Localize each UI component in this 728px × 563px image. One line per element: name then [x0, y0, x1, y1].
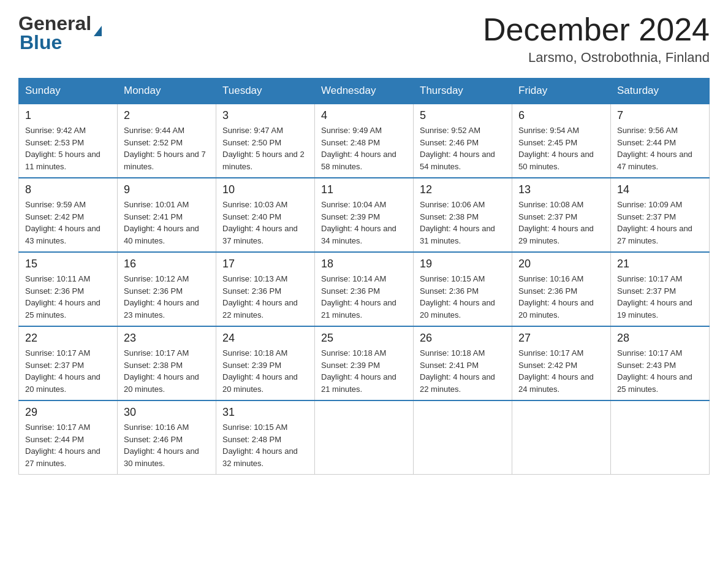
location-subtitle: Larsmo, Ostrobothnia, Finland	[483, 50, 710, 66]
calendar-cell: 10 Sunrise: 10:03 AMSunset: 2:40 PMDayli…	[216, 178, 315, 252]
day-number: 30	[124, 406, 210, 419]
day-number: 29	[25, 406, 111, 419]
calendar-cell: 22 Sunrise: 10:17 AMSunset: 2:37 PMDayli…	[19, 326, 118, 400]
week-row-5: 29 Sunrise: 10:17 AMSunset: 2:44 PMDayli…	[19, 400, 710, 475]
day-number: 19	[420, 258, 506, 270]
day-number: 9	[124, 183, 210, 196]
logo-blue: Blue	[20, 31, 102, 54]
day-info: Sunrise: 10:08 AMSunset: 2:37 PMDaylight…	[518, 200, 594, 245]
day-number: 26	[420, 332, 506, 345]
day-info: Sunrise: 9:42 AMSunset: 2:53 PMDaylight:…	[25, 126, 100, 171]
calendar-cell: 24 Sunrise: 10:18 AMSunset: 2:39 PMDayli…	[216, 326, 315, 400]
day-info: Sunrise: 10:15 AMSunset: 2:48 PMDaylight…	[222, 423, 298, 468]
day-number: 21	[617, 258, 703, 270]
calendar-cell: 4 Sunrise: 9:49 AMSunset: 2:48 PMDayligh…	[315, 104, 414, 178]
day-number: 17	[222, 258, 308, 270]
day-number: 13	[518, 183, 604, 196]
day-number: 22	[25, 332, 111, 345]
calendar-cell: 30 Sunrise: 10:16 AMSunset: 2:46 PMDayli…	[118, 400, 216, 475]
day-number: 28	[617, 332, 703, 345]
week-row-3: 15 Sunrise: 10:11 AMSunset: 2:36 PMDayli…	[19, 252, 710, 326]
day-info: Sunrise: 10:17 AMSunset: 2:37 PMDaylight…	[617, 274, 692, 320]
day-info: Sunrise: 9:52 AMSunset: 2:46 PMDaylight:…	[420, 126, 495, 171]
week-row-1: 1 Sunrise: 9:42 AMSunset: 2:53 PMDayligh…	[19, 104, 710, 178]
day-info: Sunrise: 10:17 AMSunset: 2:42 PMDaylight…	[518, 348, 594, 394]
day-info: Sunrise: 10:18 AMSunset: 2:39 PMDaylight…	[222, 348, 298, 394]
calendar-cell: 25 Sunrise: 10:18 AMSunset: 2:39 PMDayli…	[315, 326, 414, 400]
day-number: 12	[420, 183, 506, 196]
calendar-cell: 18 Sunrise: 10:14 AMSunset: 2:36 PMDayli…	[315, 252, 414, 326]
day-info: Sunrise: 10:17 AMSunset: 2:44 PMDaylight…	[25, 423, 100, 468]
day-number: 31	[222, 406, 308, 419]
day-number: 11	[321, 183, 407, 196]
calendar-cell: 17 Sunrise: 10:13 AMSunset: 2:36 PMDayli…	[216, 252, 315, 326]
calendar-cell: 11 Sunrise: 10:04 AMSunset: 2:39 PMDayli…	[315, 178, 414, 252]
day-number: 10	[222, 183, 308, 196]
day-info: Sunrise: 10:16 AMSunset: 2:36 PMDaylight…	[518, 274, 594, 320]
calendar-cell: 29 Sunrise: 10:17 AMSunset: 2:44 PMDayli…	[19, 400, 118, 475]
week-row-2: 8 Sunrise: 9:59 AMSunset: 2:42 PMDayligh…	[19, 178, 710, 252]
day-info: Sunrise: 10:18 AMSunset: 2:41 PMDaylight…	[420, 348, 495, 394]
weekday-header-friday: Friday	[512, 79, 611, 104]
day-info: Sunrise: 9:59 AMSunset: 2:42 PMDaylight:…	[25, 200, 100, 245]
day-info: Sunrise: 10:09 AMSunset: 2:37 PMDaylight…	[617, 200, 692, 245]
day-info: Sunrise: 9:47 AMSunset: 2:50 PMDaylight:…	[222, 126, 305, 171]
calendar-cell: 21 Sunrise: 10:17 AMSunset: 2:37 PMDayli…	[611, 252, 710, 326]
logo: General Blue	[18, 12, 102, 54]
day-number: 18	[321, 258, 407, 270]
calendar-cell: 26 Sunrise: 10:18 AMSunset: 2:41 PMDayli…	[414, 326, 512, 400]
weekday-header-thursday: Thursday	[414, 79, 512, 104]
day-info: Sunrise: 10:12 AMSunset: 2:36 PMDaylight…	[124, 274, 199, 320]
day-number: 14	[617, 183, 703, 196]
weekday-header-wednesday: Wednesday	[315, 79, 414, 104]
weekday-header-saturday: Saturday	[611, 79, 710, 104]
day-info: Sunrise: 10:03 AMSunset: 2:40 PMDaylight…	[222, 200, 298, 245]
day-info: Sunrise: 10:06 AMSunset: 2:38 PMDaylight…	[420, 200, 495, 245]
day-info: Sunrise: 10:17 AMSunset: 2:43 PMDaylight…	[617, 348, 692, 394]
calendar-cell: 9 Sunrise: 10:01 AMSunset: 2:41 PMDaylig…	[118, 178, 216, 252]
calendar-table: SundayMondayTuesdayWednesdayThursdayFrid…	[18, 78, 710, 475]
day-number: 24	[222, 332, 308, 345]
calendar-cell: 23 Sunrise: 10:17 AMSunset: 2:38 PMDayli…	[118, 326, 216, 400]
day-number: 4	[321, 109, 407, 122]
day-info: Sunrise: 10:15 AMSunset: 2:36 PMDaylight…	[420, 274, 495, 320]
weekday-header-tuesday: Tuesday	[216, 79, 315, 104]
calendar-cell: 19 Sunrise: 10:15 AMSunset: 2:36 PMDayli…	[414, 252, 512, 326]
calendar-cell: 1 Sunrise: 9:42 AMSunset: 2:53 PMDayligh…	[19, 104, 118, 178]
day-info: Sunrise: 10:16 AMSunset: 2:46 PMDaylight…	[124, 423, 199, 468]
calendar-title-section: December 2024 Larsmo, Ostrobothnia, Finl…	[483, 12, 710, 66]
calendar-cell: 3 Sunrise: 9:47 AMSunset: 2:50 PMDayligh…	[216, 104, 315, 178]
day-info: Sunrise: 10:01 AMSunset: 2:41 PMDaylight…	[124, 200, 199, 245]
day-number: 15	[25, 258, 111, 270]
day-info: Sunrise: 9:54 AMSunset: 2:45 PMDaylight:…	[518, 126, 594, 171]
day-number: 16	[124, 258, 210, 270]
calendar-cell: 31 Sunrise: 10:15 AMSunset: 2:48 PMDayli…	[216, 400, 315, 475]
weekday-header-row: SundayMondayTuesdayWednesdayThursdayFrid…	[19, 79, 710, 104]
logo-text: General Blue	[18, 12, 102, 54]
calendar-cell: 12 Sunrise: 10:06 AMSunset: 2:38 PMDayli…	[414, 178, 512, 252]
calendar-cell: 28 Sunrise: 10:17 AMSunset: 2:43 PMDayli…	[611, 326, 710, 400]
day-number: 6	[518, 109, 604, 122]
day-number: 27	[518, 332, 604, 345]
calendar-cell	[611, 400, 710, 475]
day-number: 8	[25, 183, 111, 196]
day-info: Sunrise: 10:04 AMSunset: 2:39 PMDaylight…	[321, 200, 396, 245]
calendar-cell: 27 Sunrise: 10:17 AMSunset: 2:42 PMDayli…	[512, 326, 611, 400]
day-number: 5	[420, 109, 506, 122]
weekday-header-monday: Monday	[118, 79, 216, 104]
month-year-title: December 2024	[483, 12, 710, 47]
page-header: General Blue December 2024 Larsmo, Ostro…	[18, 12, 710, 66]
day-number: 1	[25, 109, 111, 122]
day-info: Sunrise: 10:17 AMSunset: 2:37 PMDaylight…	[25, 348, 100, 394]
calendar-cell: 6 Sunrise: 9:54 AMSunset: 2:45 PMDayligh…	[512, 104, 611, 178]
calendar-cell: 2 Sunrise: 9:44 AMSunset: 2:52 PMDayligh…	[118, 104, 216, 178]
weekday-header-sunday: Sunday	[19, 79, 118, 104]
day-info: Sunrise: 10:18 AMSunset: 2:39 PMDaylight…	[321, 348, 396, 394]
week-row-4: 22 Sunrise: 10:17 AMSunset: 2:37 PMDayli…	[19, 326, 710, 400]
calendar-cell: 16 Sunrise: 10:12 AMSunset: 2:36 PMDayli…	[118, 252, 216, 326]
calendar-cell	[315, 400, 414, 475]
day-number: 7	[617, 109, 703, 122]
day-number: 3	[222, 109, 308, 122]
calendar-cell: 8 Sunrise: 9:59 AMSunset: 2:42 PMDayligh…	[19, 178, 118, 252]
calendar-cell	[512, 400, 611, 475]
